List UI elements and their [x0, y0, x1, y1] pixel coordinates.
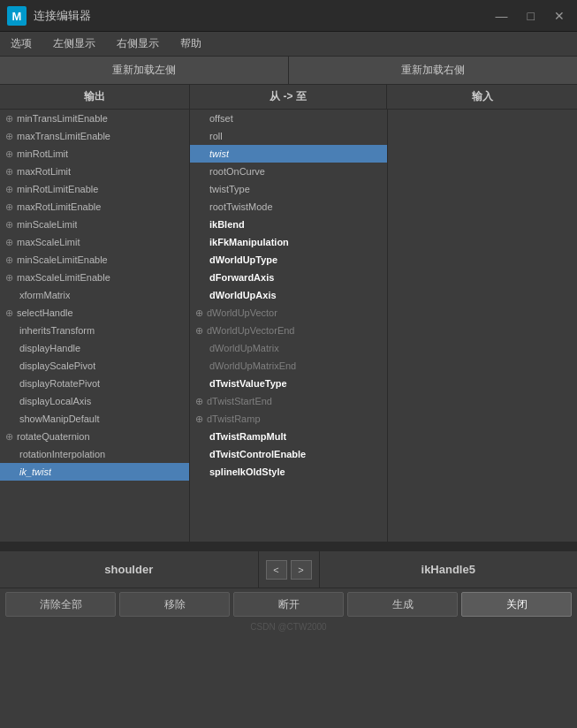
expand-icon[interactable]: ⊕	[5, 184, 13, 195]
list-item[interactable]: inheritsTransform	[0, 322, 189, 339]
list-item[interactable]: dTwistRampMult	[190, 428, 387, 445]
list-item-label: dWorldUpType	[209, 254, 277, 265]
title-bar: M 连接编辑器 — □ ✕	[0, 0, 577, 32]
arrow-left-button[interactable]: <	[266, 560, 287, 580]
list-item[interactable]: dWorldUpType	[190, 251, 387, 269]
watermark: CSDN @CTW2000	[0, 620, 577, 633]
list-item[interactable]: dWorldUpMatrix	[190, 339, 387, 357]
list-item[interactable]: ⊕minRotLimitEnable	[0, 180, 189, 198]
maximize-button[interactable]: □	[522, 8, 540, 24]
list-item[interactable]: ⊕rotateQuaternion	[0, 428, 189, 445]
list-item[interactable]: dForwardAxis	[190, 269, 387, 286]
menu-options[interactable]: 选项	[7, 34, 35, 53]
list-item[interactable]: rotationInterpolation	[0, 445, 189, 463]
list-item-label: rotateQuaternion	[17, 431, 90, 442]
list-item[interactable]: twist	[190, 145, 387, 163]
expand-icon[interactable]: ⊕	[5, 201, 13, 213]
list-item[interactable]: dWorldUpAxis	[190, 286, 387, 304]
list-item[interactable]: offset	[190, 110, 387, 127]
expand-icon[interactable]: ⊕	[5, 131, 13, 142]
input-list	[387, 110, 577, 542]
reload-left-button[interactable]: 重新加载左侧	[0, 57, 289, 84]
arrow-right-button[interactable]: >	[291, 560, 312, 580]
menu-left-display[interactable]: 左侧显示	[49, 34, 99, 53]
build-button[interactable]: 生成	[347, 592, 458, 617]
reload-right-button[interactable]: 重新加载右侧	[289, 57, 577, 84]
list-item-label: minTransLimitEnable	[17, 113, 108, 124]
reload-row: 重新加载左侧 重新加载右侧	[0, 57, 577, 85]
expand-icon[interactable]: ⊕	[5, 219, 13, 231]
list-item[interactable]: xformMatrix	[0, 286, 189, 304]
list-item-label: dTwistRamp	[207, 413, 261, 424]
list-item[interactable]: ⊕maxRotLimitEnable	[0, 198, 189, 216]
expand-icon[interactable]: ⊕	[5, 254, 13, 266]
list-item[interactable]: ⊕minTransLimitEnable	[0, 110, 189, 127]
list-item[interactable]: ⊕minScaleLimit	[0, 216, 189, 233]
expand-icon[interactable]: ⊕	[195, 396, 203, 407]
list-item[interactable]: ⊕minRotLimit	[0, 145, 189, 163]
list-item[interactable]: ⊕minScaleLimitEnable	[0, 251, 189, 269]
list-item-label: dTwistRampMult	[209, 431, 286, 442]
list-item[interactable]: dWorldUpMatrixEnd	[190, 357, 387, 375]
list-item-label: minScaleLimit	[17, 219, 77, 230]
list-item[interactable]: roll	[190, 127, 387, 145]
list-item-label: dForwardAxis	[209, 272, 274, 283]
expand-icon[interactable]: ⊕	[5, 166, 13, 178]
list-item-label: ikFkManipulation	[209, 237, 289, 247]
expand-icon[interactable]: ⊕	[5, 307, 13, 319]
list-item[interactable]: displayScalePivot	[0, 357, 189, 375]
list-item[interactable]: dTwistControlEnable	[190, 445, 387, 463]
list-item[interactable]: ⊕dTwistRamp	[190, 410, 387, 428]
list-item[interactable]: rootOnCurve	[190, 163, 387, 180]
disconnect-button[interactable]: 断开	[233, 592, 344, 617]
list-item[interactable]: ⊕dWorldUpVectorEnd	[190, 322, 387, 339]
list-item[interactable]: splineIkOldStyle	[190, 463, 387, 481]
window-controls: — □ ✕	[490, 8, 570, 24]
list-item[interactable]: showManipDefault	[0, 410, 189, 428]
list-item[interactable]: dTwistValueType	[190, 375, 387, 392]
expand-icon[interactable]: ⊕	[5, 431, 13, 443]
column-headers: 输出 从 -> 至 输入	[0, 85, 577, 110]
menu-right-display[interactable]: 右侧显示	[113, 34, 163, 53]
left-node-name: shoulder	[0, 551, 259, 588]
list-item[interactable]: rootTwistMode	[190, 198, 387, 216]
minimize-button[interactable]: —	[490, 8, 513, 24]
list-item[interactable]: ⊕dWorldUpVector	[190, 304, 387, 322]
list-item[interactable]: twistType	[190, 180, 387, 198]
close-button[interactable]: 关闭	[461, 592, 572, 617]
list-item-label: displayRotatePivot	[19, 378, 100, 389]
list-item[interactable]: displayLocalAxis	[0, 392, 189, 410]
menu-help[interactable]: 帮助	[177, 34, 205, 53]
list-item-label: maxTransLimitEnable	[17, 131, 110, 141]
middle-header: 从 -> 至	[190, 85, 387, 109]
list-item-label: ikBlend	[209, 219, 245, 230]
expand-icon[interactable]: ⊕	[195, 413, 203, 425]
remove-button[interactable]: 移除	[119, 592, 230, 617]
expand-icon[interactable]: ⊕	[5, 148, 13, 160]
list-item[interactable]: ⊕maxRotLimit	[0, 163, 189, 180]
list-item[interactable]: displayRotatePivot	[0, 375, 189, 392]
expand-icon[interactable]: ⊕	[5, 272, 13, 284]
clear-all-button[interactable]: 清除全部	[5, 592, 116, 617]
expand-icon[interactable]: ⊕	[195, 325, 203, 337]
list-item-label: displayHandle	[19, 343, 80, 353]
expand-icon[interactable]: ⊕	[5, 237, 13, 248]
expand-icon[interactable]: ⊕	[5, 113, 13, 125]
list-item-label: maxRotLimitEnable	[17, 201, 101, 212]
list-item[interactable]: ⊕maxScaleLimit	[0, 233, 189, 251]
list-item[interactable]: ⊕selectHandle	[0, 304, 189, 322]
list-item-label: xformMatrix	[19, 290, 70, 300]
list-item-label: selectHandle	[17, 307, 73, 318]
expand-icon[interactable]: ⊕	[195, 307, 203, 319]
list-item[interactable]: ⊕maxTransLimitEnable	[0, 127, 189, 145]
list-item[interactable]: ⊕dTwistStartEnd	[190, 392, 387, 410]
list-item-label: dWorldUpVectorEnd	[207, 325, 294, 336]
list-item[interactable]: ik_twist	[0, 463, 189, 481]
list-item[interactable]: ikBlend	[190, 216, 387, 233]
list-item[interactable]: ⊕maxScaleLimitEnable	[0, 269, 189, 286]
close-window-button[interactable]: ✕	[549, 8, 570, 24]
list-item-label: maxScaleLimit	[17, 237, 80, 247]
list-item[interactable]: ikFkManipulation	[190, 233, 387, 251]
list-item[interactable]: displayHandle	[0, 339, 189, 357]
list-item-label: minRotLimitEnable	[17, 184, 98, 194]
